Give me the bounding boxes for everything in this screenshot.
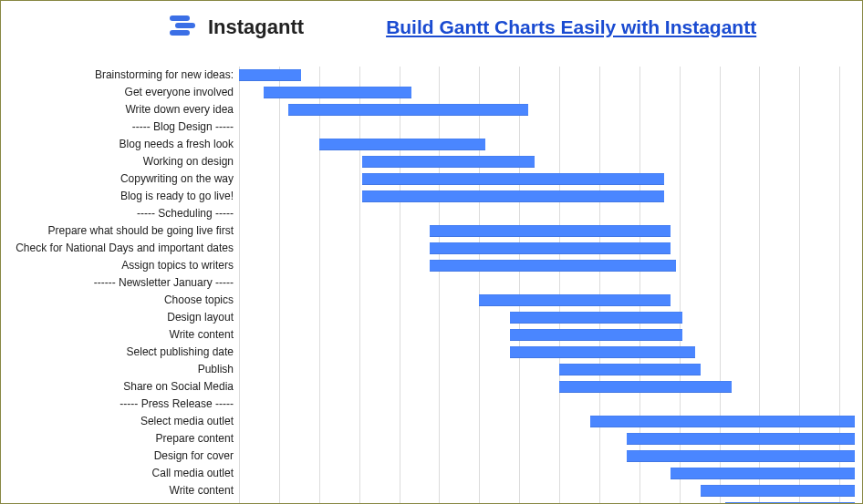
task-label: Blog needs a fresh look <box>120 136 234 153</box>
task-label: Assign topics to writers <box>121 257 234 274</box>
task-label: Write down every idea <box>126 101 234 118</box>
table-row <box>239 465 855 482</box>
svg-rect-1 <box>175 23 195 28</box>
table-row <box>239 396 855 413</box>
table-row <box>239 430 855 447</box>
gantt-grid <box>239 67 855 504</box>
task-label: Blog is ready to go live! <box>120 188 234 205</box>
gantt-bar <box>319 139 485 150</box>
gantt-bar <box>671 468 856 479</box>
table-row <box>239 378 855 396</box>
task-label: Design layout <box>167 309 234 326</box>
task-label: ----- Scheduling ----- <box>137 205 234 222</box>
instagantt-logo-icon <box>170 14 201 41</box>
task-label: Select publishing date <box>127 344 234 361</box>
gantt-bar <box>239 69 301 81</box>
task-label: ----- Blog Design ----- <box>132 118 234 136</box>
task-label: Share on Social Media <box>123 378 234 396</box>
table-row <box>239 222 855 240</box>
gantt-chart: Brainstorming for new ideas:Get everyone… <box>1 50 862 67</box>
task-label: Call media outlet <box>152 465 234 482</box>
gantt-bar <box>590 416 855 427</box>
task-label: Write content <box>170 326 234 344</box>
task-label: Write content <box>170 482 234 499</box>
gantt-bar <box>701 485 855 497</box>
table-row <box>239 326 855 344</box>
task-label: Publish <box>198 361 234 378</box>
gantt-bar <box>430 225 670 237</box>
table-row <box>239 67 855 84</box>
task-label: Brainstorming for new ideas: <box>95 67 234 84</box>
table-row <box>239 344 855 361</box>
table-row <box>239 170 855 188</box>
gantt-bar <box>559 381 732 393</box>
table-row <box>239 257 855 274</box>
table-row <box>239 413 855 430</box>
task-label: Copywriting on the way <box>120 170 234 188</box>
task-label: ----- Press Release ----- <box>120 396 234 413</box>
table-row <box>239 292 855 309</box>
gantt-bar <box>362 190 664 202</box>
gantt-bar <box>627 433 855 445</box>
task-label: Design for cover <box>154 447 234 465</box>
gantt-bar <box>430 242 670 254</box>
task-label: Check for National Days and important da… <box>16 240 234 257</box>
gantt-bar <box>627 450 855 462</box>
table-row <box>239 205 855 222</box>
task-label: Prepare what should be going live first <box>48 222 234 240</box>
gantt-bar <box>430 260 676 272</box>
table-row <box>239 482 855 499</box>
table-row <box>239 240 855 257</box>
brand: Instagantt <box>170 14 304 41</box>
table-row <box>239 153 855 170</box>
task-label: Publish on Blog <box>158 499 234 504</box>
task-labels-column: Brainstorming for new ideas:Get everyone… <box>1 67 239 504</box>
gantt-bar <box>510 329 682 341</box>
gantt-bar <box>288 104 528 116</box>
table-row <box>239 84 855 101</box>
table-row <box>239 447 855 465</box>
table-row <box>239 136 855 153</box>
task-label: Choose topics <box>164 292 234 309</box>
title-link[interactable]: Build Gantt Charts Easily with Instagant… <box>386 16 756 38</box>
table-row <box>239 274 855 292</box>
svg-rect-2 <box>170 30 190 36</box>
gantt-bar <box>559 364 701 375</box>
gantt-bar <box>510 312 682 324</box>
table-row <box>239 118 855 136</box>
task-label: Working on design <box>143 153 234 170</box>
task-label: Get everyone involved <box>125 84 234 101</box>
table-row <box>239 101 855 118</box>
table-row <box>239 188 855 205</box>
table-row <box>239 309 855 326</box>
brand-name: Instagantt <box>208 15 304 39</box>
task-label: ------ Newsletter January ----- <box>94 274 234 292</box>
gantt-bar <box>362 156 535 168</box>
svg-rect-0 <box>170 15 190 21</box>
gantt-bar <box>362 173 664 185</box>
gantt-bar <box>510 346 695 358</box>
table-row <box>239 361 855 378</box>
table-row <box>239 499 855 504</box>
gantt-bar <box>479 294 670 306</box>
task-label: Prepare content <box>156 430 234 447</box>
gantt-bar <box>264 87 411 98</box>
header: Instagantt Build Gantt Charts Easily wit… <box>1 1 862 50</box>
task-label: Select media outlet <box>140 413 234 430</box>
